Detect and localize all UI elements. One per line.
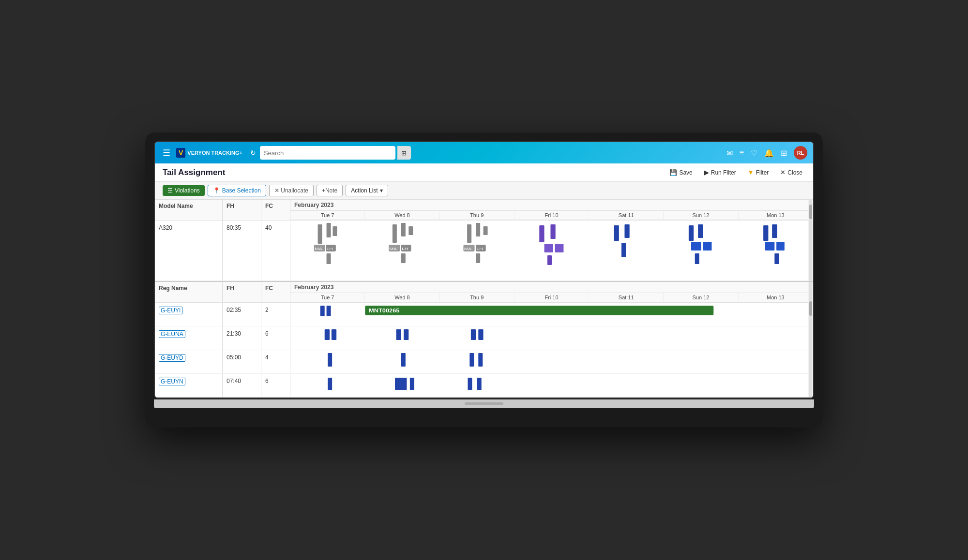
reg-fh-header: FH <box>223 282 261 302</box>
note-button[interactable]: +Note <box>317 185 343 196</box>
reg-timeline-euna <box>290 326 813 350</box>
svg-rect-35 <box>703 242 711 251</box>
reg-link-euyi[interactable]: G-EUYI <box>159 307 182 314</box>
reg-timeline-euyi: MNT00265 <box>290 303 813 326</box>
reg-scrollbar[interactable] <box>808 282 813 398</box>
logo-area: V VERYON TRACKING+ <box>176 148 242 158</box>
mail-icon[interactable]: ✉ <box>726 148 733 158</box>
svg-rect-46 <box>325 329 330 340</box>
avatar[interactable]: RL <box>794 146 807 160</box>
svg-rect-34 <box>691 242 701 251</box>
play-icon: ▶ <box>704 169 709 176</box>
toolbar: ☰ Violations 📍 Base Selection ✕ Unalloca… <box>155 182 813 200</box>
notification-icon[interactable]: 🔔 <box>764 148 774 158</box>
reg-days-row: Tue 7 Wed 8 Thu 9 Fri 10 Sat 11 Sun 12 M… <box>290 293 813 302</box>
svg-rect-39 <box>765 242 774 251</box>
reg-day-sat11: Sat 11 <box>589 293 664 302</box>
timeline-header: February 2023 Tue 7 Wed 8 Thu 9 Fri 10 S… <box>290 200 813 220</box>
reg-fc-euna: 6 <box>261 326 290 350</box>
svg-text:MA: MA <box>464 247 472 251</box>
reg-fc-euyd: 4 <box>261 350 290 373</box>
base-selection-button[interactable]: 📍 Base Selection <box>208 185 266 196</box>
svg-rect-53 <box>401 353 406 367</box>
table-row: G-EUYN 07:40 6 <box>155 374 813 398</box>
svg-text:LH: LH <box>476 247 483 251</box>
reg-cell[interactable]: G-EUYN <box>155 374 223 397</box>
svg-rect-43 <box>327 306 331 316</box>
svg-rect-37 <box>763 225 768 241</box>
euyn-blocks-svg <box>290 374 813 395</box>
filter-button[interactable]: ▼ Filter <box>745 167 772 177</box>
svg-rect-56 <box>328 378 332 390</box>
svg-rect-24 <box>539 225 544 242</box>
svg-rect-61 <box>468 378 472 390</box>
action-list-button[interactable]: Action List ▾ <box>346 185 388 196</box>
model-grid-section: Model Name FH FC February 2023 Tue 7 Wed… <box>155 200 813 282</box>
day-tue7: Tue 7 <box>290 211 365 220</box>
search-submit-button[interactable]: ⊞ <box>397 146 411 160</box>
svg-rect-40 <box>776 242 785 251</box>
fh-cell: 80:35 <box>223 221 261 280</box>
svg-rect-17 <box>476 223 480 236</box>
day-wed8: Wed 8 <box>365 211 439 220</box>
main-content: Model Name FH FC February 2023 Tue 7 Wed… <box>155 200 813 398</box>
unallocate-button[interactable]: ✕ Unallocate <box>269 185 314 196</box>
reg-link-euyd[interactable]: G-EUYD <box>159 354 185 362</box>
svg-rect-25 <box>550 224 555 239</box>
list-icon[interactable]: ≡ <box>740 148 744 157</box>
save-button[interactable]: 💾 Save <box>666 167 695 177</box>
svg-rect-58 <box>402 378 407 390</box>
svg-text:LH: LH <box>402 247 408 251</box>
heart-icon[interactable]: ♡ <box>751 148 757 158</box>
day-mon13: Mon 13 <box>739 211 813 220</box>
svg-rect-18 <box>484 226 488 235</box>
flight-blocks-svg: MA LH MA LH <box>290 221 813 279</box>
model-cell: A320 <box>155 221 223 280</box>
scrollbar-thumb[interactable] <box>809 205 812 219</box>
table-row: G-EUYI 02:35 2 MNT00265 <box>155 303 813 326</box>
reg-scrollbar-thumb[interactable] <box>809 301 812 316</box>
svg-rect-1 <box>327 223 331 237</box>
svg-rect-49 <box>404 329 408 340</box>
violations-button[interactable]: ☰ Violations <box>163 185 205 196</box>
svg-rect-55 <box>478 353 483 367</box>
euna-blocks-svg <box>290 326 813 348</box>
reg-cell[interactable]: G-EUYI <box>155 303 223 326</box>
svg-rect-23 <box>476 253 480 263</box>
svg-text:MA: MA <box>389 247 397 251</box>
reg-link-euyn[interactable]: G-EUYN <box>159 378 185 385</box>
reg-fc-header: FC <box>261 282 290 302</box>
reg-fh-euyd: 05:00 <box>223 350 261 373</box>
reg-fh-euna: 21:30 <box>223 326 261 350</box>
svg-rect-0 <box>318 224 322 244</box>
svg-rect-30 <box>624 224 629 238</box>
svg-rect-28 <box>547 255 552 265</box>
reg-fh-euyn: 07:40 <box>223 374 261 397</box>
topbar: ☰ V VERYON TRACKING+ ↻ ⊞ ✉ ≡ ♡ 🔔 ⊞ RL <box>155 142 813 163</box>
svg-rect-47 <box>332 329 336 340</box>
apps-icon[interactable]: ⊞ <box>781 148 787 158</box>
reg-day-tue7: Tue 7 <box>290 293 365 302</box>
svg-rect-36 <box>695 253 699 264</box>
svg-rect-8 <box>393 224 397 243</box>
reg-link-euna[interactable]: G-EUNA <box>159 330 185 338</box>
reg-fc-euyn: 6 <box>261 374 290 397</box>
run-filter-button[interactable]: ▶ Run Filter <box>701 167 739 177</box>
reg-cell[interactable]: G-EUYD <box>155 350 223 373</box>
reg-grid-section: Reg Name FH FC February 2023 Tue 7 Wed 8… <box>155 282 813 398</box>
reg-cell[interactable]: G-EUNA <box>155 326 223 350</box>
timeline-cell: MA LH MA LH <box>290 221 813 280</box>
close-icon: ✕ <box>780 169 786 176</box>
scrollbar[interactable] <box>808 200 813 281</box>
logo-icon: V <box>176 148 185 158</box>
svg-rect-59 <box>399 378 403 390</box>
search-icon: ⊞ <box>401 149 407 157</box>
svg-rect-41 <box>774 253 779 264</box>
svg-rect-42 <box>320 306 325 316</box>
refresh-icon[interactable]: ↻ <box>250 149 256 157</box>
close-button[interactable]: ✕ Close <box>777 167 805 177</box>
search-input[interactable] <box>260 146 395 160</box>
hamburger-icon[interactable]: ☰ <box>161 146 172 160</box>
svg-text:MA: MA <box>315 247 322 251</box>
reg-month-label: February 2023 <box>290 282 813 293</box>
